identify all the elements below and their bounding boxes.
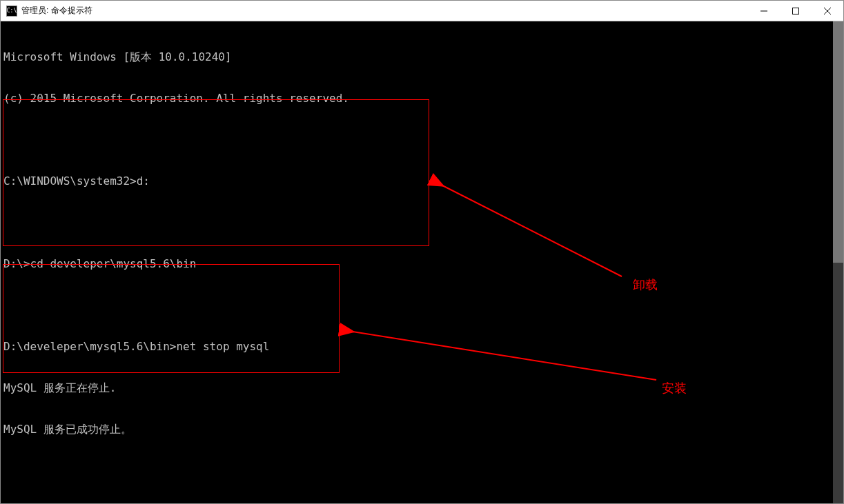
uninstall-label: 卸载 — [633, 276, 658, 293]
maximize-icon — [792, 8, 799, 14]
cmd-icon: C:\ — [6, 6, 17, 17]
terminal-line: MySQL 服务正在停止. — [3, 381, 833, 395]
terminal-line: D:\develeper\mysql5.6\bin>net stop mysql — [3, 340, 833, 354]
terminal-line — [3, 133, 833, 147]
close-button[interactable] — [812, 1, 843, 21]
minimize-button[interactable] — [748, 1, 780, 21]
terminal-line: Microsoft Windows [版本 10.0.10240] — [3, 50, 833, 64]
close-icon — [824, 8, 831, 14]
scrollbar-thumb[interactable] — [833, 21, 843, 263]
svg-rect-1 — [793, 8, 799, 14]
terminal-line — [3, 299, 833, 312]
titlebar[interactable]: C:\ 管理员: 命令提示符 — [1, 1, 843, 21]
maximize-button[interactable] — [780, 1, 812, 21]
terminal-line: C:\WINDOWS\system32>d: — [3, 174, 833, 188]
command-prompt-window: C:\ 管理员: 命令提示符 Microsoft Windows [版本 10.… — [0, 0, 844, 504]
terminal-line: D:\>cd develeper\mysql5.6\bin — [3, 257, 833, 271]
vertical-scrollbar[interactable] — [833, 21, 843, 503]
terminal-output[interactable]: Microsoft Windows [版本 10.0.10240] (c) 20… — [1, 21, 833, 503]
terminal-line: (c) 2015 Microsoft Corporation. All righ… — [3, 92, 833, 105]
install-label: 安装 — [662, 380, 687, 396]
terminal-line — [3, 216, 833, 230]
minimize-icon — [760, 8, 767, 14]
terminal-line — [3, 464, 833, 478]
terminal-client-area: Microsoft Windows [版本 10.0.10240] (c) 20… — [1, 21, 843, 503]
window-title: 管理员: 命令提示符 — [21, 5, 748, 17]
terminal-line: MySQL 服务已成功停止。 — [3, 423, 833, 436]
